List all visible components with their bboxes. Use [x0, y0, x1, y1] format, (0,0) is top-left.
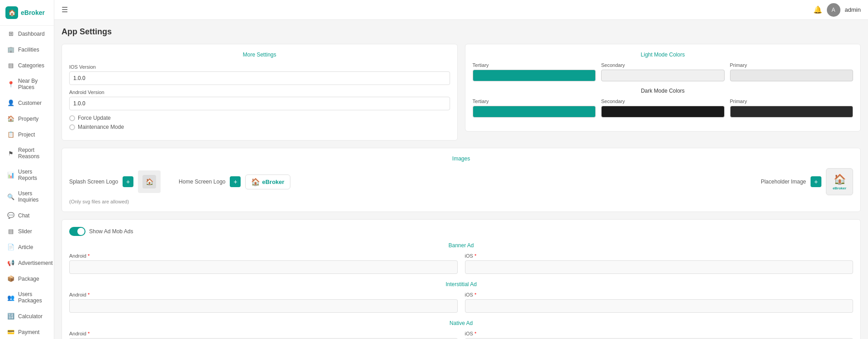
calculator-icon: 🔢: [7, 313, 14, 320]
sidebar-item-label: Report Reasons: [18, 147, 47, 160]
light-tertiary-label: Tertiary: [473, 62, 596, 68]
sidebar-item-label: Slider: [18, 228, 32, 235]
sidebar-item-label: Users Reports: [18, 169, 47, 181]
ios-version-input[interactable]: [69, 71, 450, 85]
splash-screen-upload-btn[interactable]: +: [123, 176, 133, 187]
light-mode-colors-title: Light Mode Colors: [473, 52, 854, 58]
interstitial-ad-row: Android * iOS *: [69, 292, 853, 313]
dark-secondary-swatch[interactable]: [601, 106, 725, 118]
sidebar-item-package[interactable]: 📦 Package: [2, 271, 52, 286]
sidebar-item-project[interactable]: 📋 Project: [2, 127, 52, 142]
native-ad-section: Native Ad Android * iOS *: [69, 320, 853, 339]
sidebar-item-label: Users Packages: [18, 291, 47, 304]
light-primary-swatch[interactable]: [730, 70, 854, 81]
force-update-radio[interactable]: [69, 115, 75, 121]
sidebar-item-payment[interactable]: 💳 Payment: [2, 325, 52, 339]
slider-icon: ▤: [7, 228, 14, 235]
logo-icon: 🏠: [5, 6, 18, 19]
interstitial-android-input[interactable]: [69, 299, 458, 313]
interstitial-ios-input[interactable]: [465, 299, 854, 313]
home-screen-upload-group: Home Screen Logo + 🏠 eBroker: [179, 174, 290, 189]
sidebar-item-label: Customer: [18, 100, 42, 106]
dark-primary-label: Primary: [730, 99, 854, 104]
sidebar-item-users-reports[interactable]: 📊 Users Reports: [2, 165, 52, 185]
placeholder-image-upload-btn[interactable]: +: [811, 176, 821, 187]
more-settings-title: More Settings: [69, 52, 450, 58]
placeholder-image-label: Placeholder Image: [761, 179, 806, 185]
banner-ios-input[interactable]: [465, 260, 854, 274]
light-tertiary-swatch[interactable]: [473, 70, 596, 81]
users-inquiries-icon: 🔍: [7, 193, 14, 200]
banner-ad-section: Banner Ad Android * iOS *: [69, 242, 853, 274]
dark-mode-color-row: Tertiary Secondary Primary: [473, 99, 854, 118]
sidebar-item-label: Users Inquiries: [18, 190, 47, 203]
report-reasons-icon: ⚑: [7, 150, 14, 157]
maintenance-mode-radio[interactable]: [69, 124, 75, 130]
sidebar-item-dashboard[interactable]: ⊞ Dashboard: [2, 26, 52, 41]
placeholder-image-preview: 🏠 eBroker: [826, 168, 853, 195]
interstitial-ad-section: Interstitial Ad Android * iOS *: [69, 281, 853, 313]
page-body: App Settings More Settings IOS Version A…: [54, 20, 868, 339]
near-by-places-icon: 📍: [7, 81, 14, 88]
menu-icon[interactable]: ☰: [62, 5, 68, 14]
dark-secondary-label: Secondary: [601, 99, 725, 104]
sidebar-item-customer[interactable]: 👤 Customer: [2, 95, 52, 110]
sidebar-item-report-reasons[interactable]: ⚑ Report Reasons: [2, 143, 52, 164]
dashboard-icon: ⊞: [7, 30, 14, 37]
dark-primary-col: Primary: [730, 99, 854, 118]
interstitial-ios-col: iOS *: [465, 292, 854, 313]
app-name: eBroker: [21, 9, 45, 16]
force-update-label: Force Update: [78, 115, 111, 121]
home-screen-logo-label: Home Screen Logo: [179, 179, 225, 185]
sidebar-item-calculator[interactable]: 🔢 Calculator: [2, 309, 52, 324]
home-preview-house-icon: 🏠: [251, 178, 260, 186]
light-secondary-col: Secondary: [601, 62, 725, 81]
splash-screen-upload-group: Splash Screen Logo + 🏠: [69, 170, 161, 193]
sidebar: 🏠 eBroker ⊞ Dashboard 🏢 Facilities ▤ Cat…: [0, 0, 54, 339]
dark-tertiary-label: Tertiary: [473, 99, 596, 104]
sidebar-item-label: Property: [18, 116, 38, 122]
sidebar-item-facilities[interactable]: 🏢 Facilities: [2, 42, 52, 57]
images-card: Images Splash Screen Logo + 🏠 Home Scre: [62, 148, 861, 212]
sidebar-item-article[interactable]: 📄 Article: [2, 240, 52, 254]
android-version-input[interactable]: [69, 97, 450, 110]
sidebar-item-advertisement[interactable]: 📢 Advertisement: [2, 255, 52, 270]
home-screen-upload-btn[interactable]: +: [230, 176, 241, 187]
dark-tertiary-swatch[interactable]: [473, 106, 596, 118]
customer-icon: 👤: [7, 99, 14, 106]
sidebar-item-label: Package: [18, 276, 39, 282]
light-primary-label: Primary: [730, 62, 854, 68]
sidebar-item-label: Calculator: [18, 313, 43, 320]
light-secondary-swatch[interactable]: [601, 70, 725, 81]
sidebar-item-label: Project: [18, 132, 35, 138]
images-row: Splash Screen Logo + 🏠 Home Screen Logo …: [69, 168, 853, 195]
sidebar-item-label: Payment: [18, 329, 39, 335]
toggle-row: Show Ad Mob Ads: [69, 227, 853, 236]
categories-icon: ▤: [7, 62, 14, 69]
sidebar-item-categories[interactable]: ▤ Categories: [2, 58, 52, 73]
property-icon: 🏠: [7, 115, 14, 122]
dark-primary-swatch[interactable]: [730, 106, 854, 118]
light-mode-color-row: Tertiary Secondary Primary: [473, 62, 854, 81]
sidebar-item-users-inquiries[interactable]: 🔍 Users Inquiries: [2, 186, 52, 207]
topbar-right: 🔔 A admin: [813, 3, 861, 17]
sidebar-item-label: Facilities: [18, 47, 39, 53]
sidebar-item-property[interactable]: 🏠 Property: [2, 111, 52, 126]
maintenance-mode-label: Maintenance Mode: [78, 124, 124, 130]
images-section-title: Images: [69, 155, 853, 162]
notification-bell-icon[interactable]: 🔔: [813, 5, 822, 14]
sidebar-item-chat[interactable]: 💬 Chat: [2, 208, 52, 223]
native-ios-col: iOS *: [465, 331, 854, 339]
banner-android-input[interactable]: [69, 260, 458, 274]
banner-ad-row: Android * iOS *: [69, 253, 853, 274]
sidebar-logo[interactable]: 🏠 eBroker: [0, 0, 54, 26]
placeholder-image-upload-group: Placeholder Image + 🏠 eBroker: [761, 168, 853, 195]
sidebar-item-near-by-places[interactable]: 📍 Near By Places: [2, 74, 52, 94]
sidebar-item-slider[interactable]: ▤ Slider: [2, 224, 52, 239]
svg-text:🏠: 🏠: [146, 178, 154, 186]
sidebar-item-users-packages[interactable]: 👥 Users Packages: [2, 287, 52, 308]
topbar: ☰ 🔔 A admin: [54, 0, 868, 20]
show-ad-mob-toggle[interactable]: [69, 227, 85, 236]
sidebar-item-label: Categories: [18, 62, 44, 69]
interstitial-android-label: Android *: [69, 292, 458, 297]
